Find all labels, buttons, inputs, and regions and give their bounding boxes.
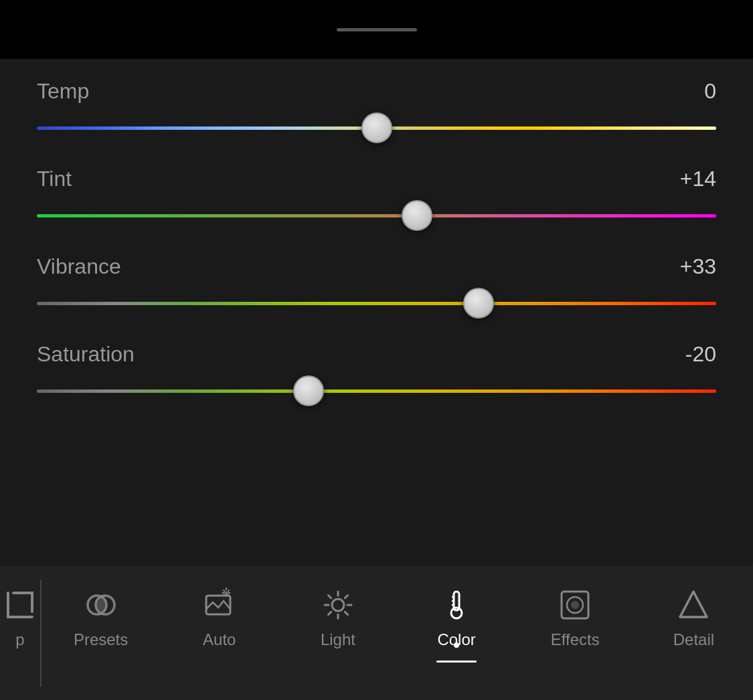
saturation-slider[interactable]	[37, 379, 716, 403]
detail-svg	[676, 588, 711, 622]
presets-icon	[82, 586, 120, 624]
nav-item-detail[interactable]: Detail	[635, 580, 753, 656]
svg-point-27	[571, 601, 579, 609]
auto-label: Auto	[203, 630, 236, 649]
auto-icon	[201, 586, 238, 624]
tint-track	[37, 214, 716, 217]
effects-icon	[556, 586, 594, 624]
detail-icon	[675, 586, 712, 624]
vibrance-label: Vibrance	[37, 254, 121, 279]
saturation-thumb[interactable]	[293, 375, 324, 406]
saturation-value: -20	[685, 342, 716, 367]
svg-line-16	[328, 596, 331, 598]
svg-line-10	[228, 590, 230, 592]
svg-line-19	[328, 612, 331, 614]
nav-item-color[interactable]: Color	[398, 580, 516, 656]
saturation-section: Saturation -20	[37, 342, 716, 403]
svg-point-11	[332, 599, 344, 611]
tint-slider[interactable]	[37, 203, 716, 228]
saturation-header: Saturation -20	[37, 342, 716, 367]
temp-label: Temp	[37, 79, 89, 104]
light-label: Light	[321, 630, 355, 649]
vibrance-header: Vibrance +33	[37, 254, 716, 279]
saturation-label: Saturation	[37, 342, 135, 367]
partial-label: p	[15, 630, 24, 649]
svg-marker-28	[680, 592, 707, 617]
vibrance-slider[interactable]	[37, 291, 716, 315]
sliders-area: Temp 0 Tint +14 Vibrance +33 Sat	[0, 59, 753, 403]
tint-label: Tint	[37, 167, 72, 191]
crop-icon	[3, 588, 37, 622]
effects-label: Effects	[551, 630, 600, 649]
svg-point-21	[451, 608, 462, 618]
partial-icon	[1, 586, 39, 624]
tint-value: +14	[680, 167, 716, 191]
light-svg	[321, 588, 355, 622]
svg-line-18	[345, 596, 347, 598]
svg-line-7	[223, 590, 225, 592]
nav-item-effects[interactable]: Effects	[516, 580, 635, 656]
saturation-track	[37, 389, 716, 393]
nav-item-auto[interactable]: Auto	[160, 580, 278, 656]
presets-svg	[84, 588, 118, 622]
temp-header: Temp 0	[37, 79, 716, 104]
vibrance-thumb[interactable]	[463, 288, 494, 319]
nav-item-light[interactable]: Light	[278, 580, 397, 656]
color-svg	[439, 588, 474, 622]
nav-item-partial[interactable]: p	[0, 580, 40, 656]
color-icon	[438, 586, 475, 624]
temp-value: 0	[704, 79, 716, 104]
drag-handle[interactable]	[337, 28, 417, 31]
effects-svg	[558, 588, 592, 622]
svg-line-17	[345, 612, 347, 614]
auto-svg	[202, 588, 237, 622]
light-icon	[319, 586, 357, 624]
temp-section: Temp 0	[37, 79, 716, 140]
vibrance-track	[37, 302, 716, 305]
presets-label: Presets	[74, 630, 128, 649]
top-bar	[0, 0, 753, 59]
temp-thumb[interactable]	[361, 112, 392, 143]
tint-section: Tint +14	[37, 167, 716, 228]
detail-label: Detail	[673, 630, 714, 649]
bottom-nav: p Presets	[0, 566, 753, 700]
tint-thumb[interactable]	[402, 200, 432, 231]
tint-header: Tint +14	[37, 167, 716, 191]
nav-item-presets[interactable]: Presets	[41, 580, 160, 656]
vibrance-section: Vibrance +33	[37, 254, 716, 315]
temp-slider[interactable]	[37, 116, 716, 140]
vibrance-value: +33	[680, 254, 716, 279]
